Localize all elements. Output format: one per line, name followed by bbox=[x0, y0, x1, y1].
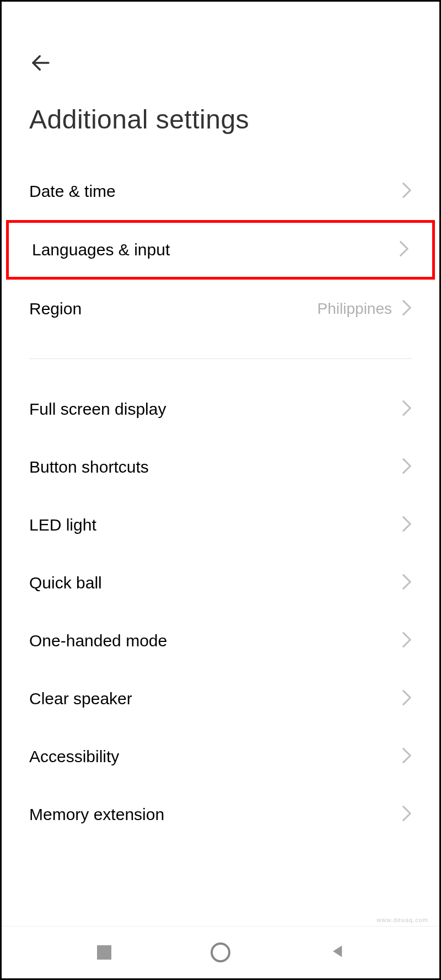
list-item-label: Clear speaker bbox=[29, 689, 132, 708]
watermark: www.deuaq.com bbox=[377, 917, 428, 923]
list-item-value: Philippines bbox=[318, 300, 392, 318]
list-item-one-handed-mode[interactable]: One-handed mode bbox=[2, 612, 439, 670]
list-item-label: Region bbox=[29, 299, 82, 318]
chevron-right-icon bbox=[402, 574, 412, 592]
chevron-right-icon bbox=[402, 183, 412, 200]
circle-icon bbox=[211, 942, 230, 962]
list-item-region[interactable]: Region Philippines bbox=[2, 280, 439, 338]
chevron-right-icon bbox=[402, 458, 412, 476]
nav-back-button[interactable] bbox=[320, 936, 353, 969]
list-item-languages-input[interactable]: Languages & input bbox=[6, 220, 435, 280]
settings-list: Date & time Languages & input Re bbox=[2, 146, 439, 843]
triangle-left-icon bbox=[329, 944, 345, 961]
chevron-right-icon bbox=[402, 516, 412, 534]
chevron-right-icon bbox=[402, 806, 412, 823]
list-item-label: Memory extension bbox=[29, 805, 164, 824]
list-item-led-light[interactable]: LED light bbox=[2, 496, 439, 554]
list-item-label: LED light bbox=[29, 516, 96, 534]
list-item-label: Full screen display bbox=[29, 400, 166, 419]
list-item-button-shortcuts[interactable]: Button shortcuts bbox=[2, 438, 439, 496]
square-icon bbox=[97, 945, 111, 960]
list-item-label: One-handed mode bbox=[29, 631, 167, 650]
chevron-right-icon bbox=[402, 748, 412, 765]
list-item-quick-ball[interactable]: Quick ball bbox=[2, 554, 439, 612]
list-item-label: Languages & input bbox=[32, 240, 170, 259]
chevron-right-icon bbox=[402, 632, 412, 650]
svg-marker-1 bbox=[333, 946, 342, 957]
chevron-right-icon bbox=[402, 300, 412, 318]
list-item-label: Date & time bbox=[29, 182, 116, 201]
back-button[interactable] bbox=[29, 51, 52, 77]
nav-recent-button[interactable] bbox=[88, 936, 121, 969]
list-item-label: Button shortcuts bbox=[29, 458, 149, 476]
list-item-label: Quick ball bbox=[29, 574, 102, 592]
list-item-clear-speaker[interactable]: Clear speaker bbox=[2, 670, 439, 727]
chevron-right-icon bbox=[399, 241, 409, 259]
list-item-accessibility[interactable]: Accessibility bbox=[2, 727, 439, 785]
list-item-date-time[interactable]: Date & time bbox=[2, 162, 439, 220]
list-item-label: Accessibility bbox=[29, 747, 119, 766]
chevron-right-icon bbox=[402, 690, 412, 708]
list-item-memory-extension[interactable]: Memory extension bbox=[2, 785, 439, 843]
chevron-right-icon bbox=[402, 400, 412, 418]
page-title: Additional settings bbox=[29, 104, 412, 135]
list-item-full-screen-display[interactable]: Full screen display bbox=[2, 380, 439, 438]
navigation-bar bbox=[2, 926, 439, 978]
nav-home-button[interactable] bbox=[204, 936, 237, 969]
arrow-left-icon bbox=[29, 51, 52, 77]
divider bbox=[29, 358, 412, 359]
